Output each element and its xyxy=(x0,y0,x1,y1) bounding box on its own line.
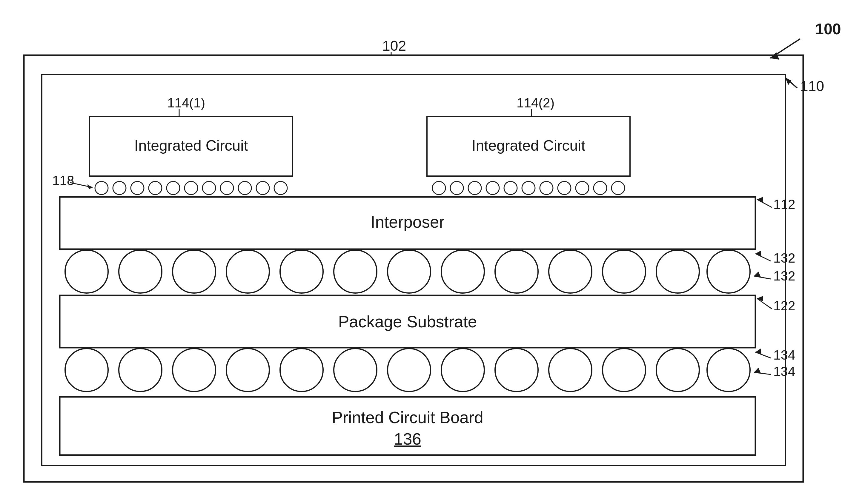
svg-point-44 xyxy=(656,250,699,293)
svg-line-50 xyxy=(757,299,772,309)
svg-marker-4 xyxy=(785,77,791,85)
svg-point-60 xyxy=(495,348,538,392)
svg-point-30 xyxy=(612,181,625,195)
ref-114-1-label: 114(1) xyxy=(167,95,205,110)
svg-marker-47 xyxy=(755,251,761,257)
ic2-label: Integrated Circuit xyxy=(472,137,585,154)
svg-point-63 xyxy=(656,348,699,392)
svg-point-15 xyxy=(238,181,251,195)
svg-point-37 xyxy=(280,250,323,293)
package-bumps xyxy=(65,348,750,392)
svg-point-21 xyxy=(450,181,463,195)
svg-marker-32 xyxy=(757,197,763,202)
svg-point-61 xyxy=(549,348,592,392)
svg-point-53 xyxy=(119,348,162,392)
svg-point-52 xyxy=(65,348,108,392)
svg-point-55 xyxy=(226,348,269,392)
svg-point-33 xyxy=(65,250,108,293)
svg-point-54 xyxy=(173,348,215,392)
ref-134b-label: 134 xyxy=(773,364,795,379)
ic2-bumps xyxy=(432,181,625,195)
svg-point-43 xyxy=(602,250,646,293)
svg-point-28 xyxy=(576,181,589,195)
svg-point-42 xyxy=(549,250,592,293)
ic1-bumps xyxy=(95,181,287,195)
svg-point-45 xyxy=(707,250,750,293)
svg-point-24 xyxy=(504,181,517,195)
svg-point-17 xyxy=(274,181,287,195)
ref-118-label: 118 xyxy=(52,173,74,188)
diagram-container: 100 102 110 Integrated Circuit 114(1) In… xyxy=(0,0,842,504)
svg-point-26 xyxy=(540,181,553,195)
svg-point-35 xyxy=(173,250,215,293)
svg-point-36 xyxy=(226,250,269,293)
ref-100-label: 100 xyxy=(815,20,841,38)
svg-point-20 xyxy=(432,181,445,195)
svg-point-22 xyxy=(468,181,481,195)
svg-point-25 xyxy=(522,181,535,195)
package-substrate-label: Package Substrate xyxy=(338,312,477,331)
ref-112-label: 112 xyxy=(773,197,795,212)
svg-point-27 xyxy=(558,181,571,195)
interposer-bumps xyxy=(65,250,750,293)
svg-point-41 xyxy=(495,250,538,293)
svg-point-57 xyxy=(334,348,377,392)
ref-134a-label: 134 xyxy=(773,348,795,362)
ref-132b-label: 132 xyxy=(773,269,795,283)
svg-point-10 xyxy=(149,181,162,195)
pcb-label: Printed Circuit Board xyxy=(332,408,483,427)
svg-line-67 xyxy=(754,373,771,375)
interposer-label: Interposer xyxy=(370,213,444,231)
svg-point-64 xyxy=(707,348,750,392)
ic1-label: Integrated Circuit xyxy=(134,137,248,154)
pcb-ref-label: 136 xyxy=(394,430,421,448)
svg-point-29 xyxy=(594,181,607,195)
svg-point-16 xyxy=(256,181,269,195)
svg-marker-68 xyxy=(754,367,761,373)
ref-132a-label: 132 xyxy=(773,251,795,265)
svg-point-11 xyxy=(166,181,180,195)
svg-point-34 xyxy=(119,250,162,293)
inner-box xyxy=(42,75,785,466)
svg-point-12 xyxy=(185,181,198,195)
ref-102-label: 102 xyxy=(382,38,406,54)
svg-point-9 xyxy=(131,181,144,195)
svg-point-59 xyxy=(441,348,484,392)
ref-122-label: 122 xyxy=(773,299,795,313)
ref-110-label: 110 xyxy=(800,78,824,94)
svg-point-38 xyxy=(334,250,377,293)
svg-point-7 xyxy=(95,181,108,195)
svg-point-40 xyxy=(441,250,484,293)
svg-marker-49 xyxy=(754,272,761,277)
svg-point-39 xyxy=(388,250,431,293)
svg-line-31 xyxy=(757,199,772,208)
svg-point-62 xyxy=(602,348,646,392)
svg-point-14 xyxy=(220,181,233,195)
ref-114-2-label: 114(2) xyxy=(516,95,555,110)
svg-point-23 xyxy=(486,181,499,195)
svg-line-48 xyxy=(754,276,771,279)
svg-point-13 xyxy=(203,181,215,195)
svg-point-56 xyxy=(280,348,323,392)
svg-point-58 xyxy=(388,348,431,392)
svg-point-8 xyxy=(113,181,126,195)
